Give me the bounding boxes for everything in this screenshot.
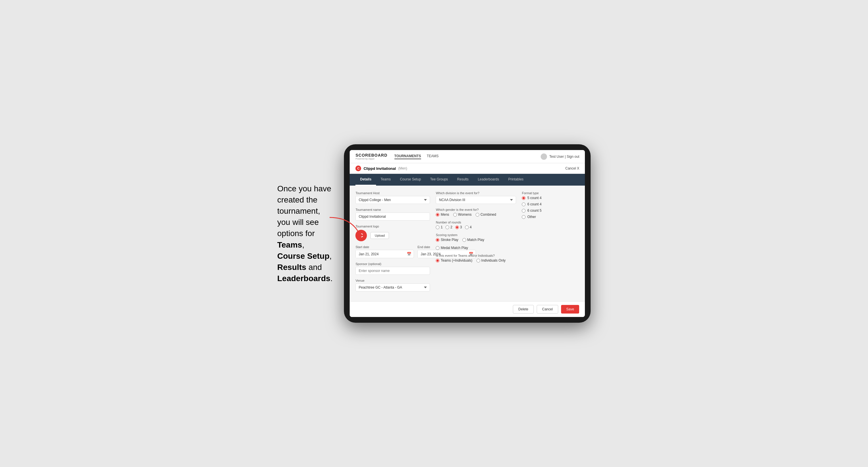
logo-sub: Powered by clippd <box>355 157 387 160</box>
dates-row: Start date 📅 End date 📅 <box>355 245 430 262</box>
format-5count4[interactable]: 5 count 4 <box>522 196 579 200</box>
format-type-group: Format type 5 count 4 6 count 4 6 count … <box>522 191 579 219</box>
sponsor-input[interactable] <box>355 267 430 275</box>
rounds-1[interactable]: 1 <box>436 225 443 229</box>
division-group: Which division is the event for? NCAA Di… <box>436 191 516 204</box>
rounds-2[interactable]: 2 <box>445 225 452 229</box>
top-navigation: SCOREBOARD Powered by clippd TOURNAMENTS… <box>350 150 585 163</box>
breadcrumb-content: C Clippd Invitational (Men) <box>355 165 407 171</box>
rounds-group: Number of rounds 1 2 3 <box>436 221 516 229</box>
center-column: Which division is the event for? NCAA Di… <box>436 191 516 295</box>
logo-area: SCOREBOARD Powered by clippd <box>355 153 387 160</box>
user-area: Test User | Sign out <box>541 153 580 160</box>
upload-button[interactable]: Upload <box>370 232 389 239</box>
rounds-4[interactable]: 4 <box>465 225 472 229</box>
breadcrumb-icon: C <box>355 165 361 171</box>
instruction-period: . <box>331 274 333 283</box>
start-date-group: Start date 📅 <box>355 245 414 258</box>
scoring-match[interactable]: Match Play <box>462 238 484 242</box>
tournament-name-input[interactable] <box>355 213 430 221</box>
arrow-icon <box>327 215 361 238</box>
sponsor-group: Sponsor (optional) <box>355 262 430 275</box>
start-date-input[interactable] <box>356 250 404 258</box>
tab-leaderboards[interactable]: Leaderboards <box>473 174 504 186</box>
tab-results[interactable]: Results <box>453 174 473 186</box>
breadcrumb-subtitle: (Men) <box>398 166 407 170</box>
user-avatar <box>541 153 547 160</box>
main-content: Tournament Host Clippd College - Men Tou… <box>350 186 585 301</box>
scoring-medal[interactable]: Medal Match Play <box>436 246 468 250</box>
tournament-name-label: Tournament name <box>355 208 430 211</box>
scoring-label: Scoring system <box>436 233 516 237</box>
tablet-screen: SCOREBOARD Powered by clippd TOURNAMENTS… <box>350 150 585 317</box>
gender-womens[interactable]: Womens <box>453 213 472 217</box>
rounds-radio-group: 1 2 3 4 <box>436 225 516 229</box>
tablet-device: SCOREBOARD Powered by clippd TOURNAMENTS… <box>344 144 591 323</box>
instruction-text: Once you havecreated thetournament,you w… <box>277 183 333 284</box>
teams-individuals-radio-group: Teams (+Individuals) Individuals Only <box>436 258 516 262</box>
format-type-label: Format type <box>522 191 579 195</box>
tab-teams[interactable]: Teams <box>376 174 395 186</box>
format-6count4[interactable]: 6 count 4 <box>522 202 579 206</box>
venue-select[interactable]: Peachtree GC - Atlanta - GA <box>355 283 430 291</box>
delete-button[interactable]: Delete <box>513 305 534 314</box>
teams-individuals-group: Is this event for Teams and/or Individua… <box>436 254 516 262</box>
tab-tee-groups[interactable]: Tee Groups <box>426 174 453 186</box>
tournament-host-group: Tournament Host Clippd College - Men <box>355 191 430 204</box>
breadcrumb-title: Clippd Invitational <box>364 166 396 171</box>
instruction-line1: Once you havecreated thetournament,you w… <box>277 184 331 238</box>
format-radio-group: 5 count 4 6 count 4 6 count 5 Other <box>522 196 579 219</box>
tab-details[interactable]: Details <box>355 174 376 186</box>
gender-group: Which gender is the event for? Mens Wome… <box>436 208 516 217</box>
instruction-comma2: , <box>330 252 332 260</box>
start-date-label: Start date <box>355 245 414 249</box>
instruction-bold-leaderboards: Leaderboards <box>277 274 331 283</box>
user-text[interactable]: Test User | Sign out <box>549 155 580 159</box>
tabs-bar: Details Teams Course Setup Tee Groups Re… <box>350 174 585 186</box>
division-label: Which division is the event for? <box>436 191 516 195</box>
left-column: Tournament Host Clippd College - Men Tou… <box>355 191 430 295</box>
individuals-only[interactable]: Individuals Only <box>476 258 506 262</box>
bottom-bar: Delete Cancel Save <box>350 301 585 317</box>
tournament-host-label: Tournament Host <box>355 191 430 195</box>
gender-label: Which gender is the event for? <box>436 208 516 211</box>
logo-upload-area: C Upload <box>355 230 430 241</box>
page-wrapper: Once you havecreated thetournament,you w… <box>0 133 868 334</box>
instruction-bold-results: Results <box>277 263 306 272</box>
scoring-system-group: Scoring system Stroke Play Match Play Me… <box>436 233 516 250</box>
venue-group: Venue Peachtree GC - Atlanta - GA <box>355 279 430 291</box>
nav-links: TOURNAMENTS TEAMS <box>395 154 439 159</box>
teams-individuals-label: Is this event for Teams and/or Individua… <box>436 254 516 257</box>
rounds-label: Number of rounds <box>436 221 516 224</box>
gender-mens[interactable]: Mens <box>436 213 449 217</box>
tournament-logo-group: Tournament logo C Upload <box>355 225 430 241</box>
tournament-name-group: Tournament name <box>355 208 430 221</box>
tab-course-setup[interactable]: Course Setup <box>395 174 425 186</box>
tournament-logo-label: Tournament logo <box>355 225 430 228</box>
instruction-and: and <box>306 263 322 272</box>
format-6count5[interactable]: 6 count 5 <box>522 209 579 213</box>
right-column: Format type 5 count 4 6 count 4 6 count … <box>522 191 579 295</box>
cancel-top-button[interactable]: Cancel X <box>565 166 580 170</box>
nav-teams[interactable]: TEAMS <box>427 154 439 159</box>
instruction-bold-teams: Teams <box>277 240 302 249</box>
sponsor-label: Sponsor (optional) <box>355 262 430 266</box>
format-other[interactable]: Other <box>522 215 579 219</box>
division-select[interactable]: NCAA Division III <box>436 196 516 204</box>
nav-left: SCOREBOARD Powered by clippd TOURNAMENTS… <box>355 153 439 160</box>
scoring-radio-group: Stroke Play Match Play Medal Match Play <box>436 238 516 250</box>
scoring-stroke[interactable]: Stroke Play <box>436 238 458 242</box>
teams-plus-individuals[interactable]: Teams (+Individuals) <box>436 258 472 262</box>
tab-printables[interactable]: Printables <box>504 174 528 186</box>
tournament-host-select[interactable]: Clippd College - Men <box>355 196 430 204</box>
nav-tournaments[interactable]: TOURNAMENTS <box>395 154 421 159</box>
gender-combined[interactable]: Combined <box>475 213 496 217</box>
save-button[interactable]: Save <box>561 305 579 314</box>
start-date-icon: 📅 <box>404 250 414 258</box>
breadcrumb-bar: C Clippd Invitational (Men) Cancel X <box>350 163 585 174</box>
cancel-button[interactable]: Cancel <box>537 305 558 314</box>
instruction-bold-course: Course Setup <box>277 252 330 260</box>
rounds-3[interactable]: 3 <box>455 225 462 229</box>
instruction-comma1: , <box>302 240 304 249</box>
start-date-wrapper: 📅 <box>355 250 414 258</box>
